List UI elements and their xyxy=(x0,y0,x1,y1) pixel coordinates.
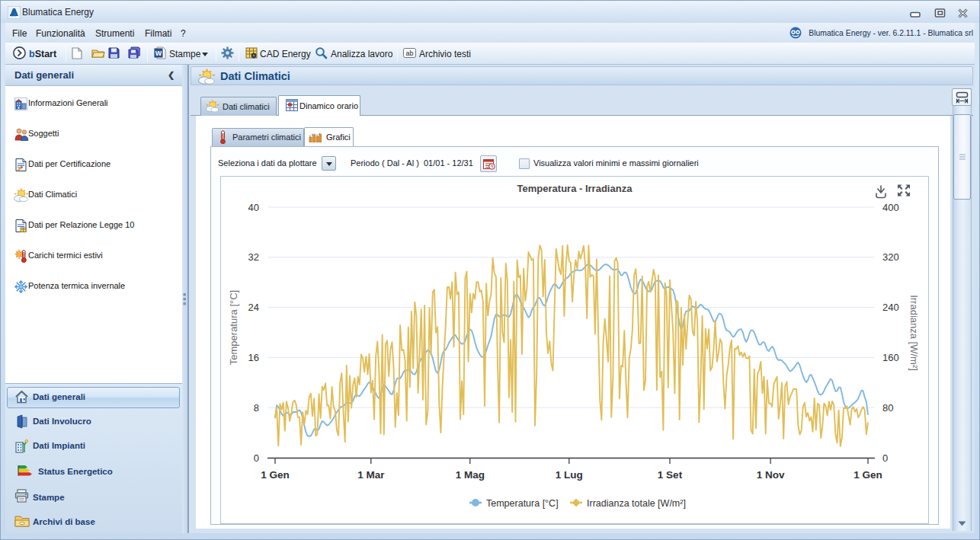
svg-text:160: 160 xyxy=(882,352,899,363)
svg-text:80: 80 xyxy=(882,402,893,414)
svg-text:ab: ab xyxy=(405,50,413,57)
svg-text:Irradianza [W/m²]: Irradianza [W/m²] xyxy=(908,295,920,371)
svg-text:1 Set: 1 Set xyxy=(658,469,683,481)
svg-text:Irradianza totale [W/m²]: Irradianza totale [W/m²] xyxy=(587,498,686,509)
svg-text:1 Nov: 1 Nov xyxy=(757,469,785,481)
svg-text:1 Gen: 1 Gen xyxy=(853,469,882,481)
svg-text:24: 24 xyxy=(248,302,259,313)
svg-text:320: 320 xyxy=(882,251,899,263)
svg-text:Temperatura [°C]: Temperatura [°C] xyxy=(228,290,239,365)
svg-text:W: W xyxy=(155,50,162,57)
svg-text:0: 0 xyxy=(254,452,259,464)
svg-text:8: 8 xyxy=(254,402,259,414)
svg-text:1 Mag: 1 Mag xyxy=(456,469,485,481)
svg-text:1 Mar: 1 Mar xyxy=(357,469,385,481)
svg-text:0: 0 xyxy=(882,452,888,464)
svg-text:Temperatura - Irradianza: Temperatura - Irradianza xyxy=(517,183,633,194)
svg-text:Temperatura [°C]: Temperatura [°C] xyxy=(486,498,559,509)
svg-text:1 Lug: 1 Lug xyxy=(556,469,583,481)
svg-text:1 Gen: 1 Gen xyxy=(261,469,290,481)
svg-text:32: 32 xyxy=(248,251,259,263)
svg-text:240: 240 xyxy=(882,302,899,313)
svg-text:40: 40 xyxy=(248,202,259,213)
svg-text:16: 16 xyxy=(248,352,259,363)
svg-text:400: 400 xyxy=(882,202,899,213)
